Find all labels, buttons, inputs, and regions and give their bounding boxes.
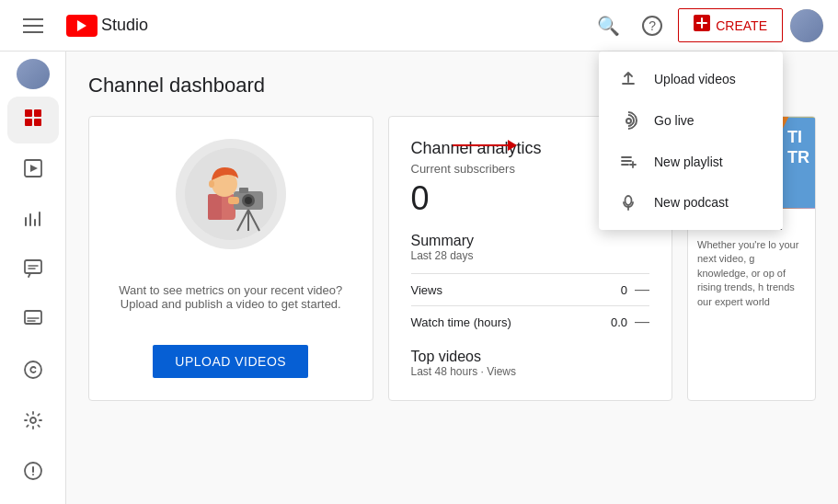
podcast-icon — [617, 193, 639, 212]
create-button[interactable]: CREATE — [678, 8, 783, 42]
svg-rect-8 — [25, 311, 41, 324]
new-podcast-label: New podcast — [654, 195, 729, 210]
summary-period: Last 28 days — [411, 249, 650, 262]
watchtime-value-group: 0.0 — — [611, 314, 649, 330]
new-playlist-item[interactable]: New playlist — [599, 142, 783, 182]
sidebar-item-content[interactable] — [7, 147, 59, 194]
upload-videos-button[interactable]: UPLOAD VIDEOS — [153, 345, 308, 378]
sidebar-item-analytics[interactable] — [7, 198, 59, 245]
svg-rect-4 — [25, 119, 32, 126]
studio-label: Studio — [101, 16, 148, 35]
hamburger-line — [23, 18, 43, 20]
svg-rect-5 — [34, 119, 41, 126]
person-camera-svg — [180, 143, 281, 245]
hamburger-line — [23, 25, 43, 27]
search-icon: 🔍 — [597, 15, 620, 37]
sidebar — [0, 52, 66, 504]
views-value-group: 0 — — [621, 281, 649, 298]
sidebar-avatar[interactable] — [17, 59, 50, 89]
create-dropdown: Upload videos Go live New playlist — [599, 52, 783, 230]
svg-rect-22 — [228, 197, 239, 204]
settings-icon — [23, 410, 43, 435]
hamburger-menu[interactable] — [15, 7, 52, 44]
svg-point-1 — [626, 196, 632, 205]
logo: Studio — [66, 15, 148, 37]
dashboard-icon — [23, 108, 43, 132]
help-button[interactable]: ? — [634, 7, 671, 44]
sidebar-item-subtitles[interactable] — [7, 298, 59, 345]
upload-prompt: Want to see metrics on your recent video… — [111, 283, 350, 311]
avatar-image — [790, 9, 823, 42]
watchtime-label: Watch time (hours) — [411, 315, 511, 329]
go-live-item[interactable]: Go live — [599, 99, 783, 142]
svg-rect-7 — [25, 260, 41, 273]
new-playlist-label: New playlist — [654, 155, 723, 169]
go-live-label: Go live — [654, 113, 695, 128]
sidebar-item-feedback[interactable] — [7, 450, 59, 497]
create-plus-icon — [694, 15, 710, 36]
subtitles-icon — [23, 309, 43, 334]
comments-icon — [23, 258, 43, 283]
watchtime-value: 0.0 — [611, 315, 627, 329]
svg-rect-2 — [25, 109, 32, 117]
upload-icon — [617, 70, 639, 88]
watchtime-dash: — — [635, 314, 649, 330]
video-illustration — [176, 139, 286, 249]
create-label: CREATE — [716, 18, 767, 33]
svg-point-9 — [25, 361, 41, 378]
svg-rect-15 — [208, 194, 222, 220]
broadcast-icon — [617, 110, 639, 131]
hamburger-line — [23, 31, 43, 33]
sidebar-item-settings[interactable] — [7, 399, 59, 446]
copyright-icon — [23, 360, 43, 384]
header-right: 🔍 ? CREATE — [590, 7, 823, 44]
summary-section: Summary Last 28 days Views 0 — Watch tim… — [411, 233, 650, 338]
upload-videos-label: Upload videos — [654, 72, 736, 86]
search-button[interactable]: 🔍 — [590, 7, 626, 44]
sidebar-item-comments[interactable] — [7, 247, 59, 294]
user-avatar[interactable] — [790, 9, 823, 42]
watchtime-stat-row: Watch time (hours) 0.0 — — [411, 305, 650, 338]
sidebar-item-dashboard[interactable] — [7, 97, 59, 143]
svg-point-21 — [245, 197, 252, 204]
svg-rect-3 — [34, 109, 41, 117]
svg-point-17 — [209, 180, 214, 188]
svg-point-10 — [30, 418, 36, 423]
svg-point-12 — [32, 474, 34, 475]
svg-rect-19 — [239, 188, 248, 193]
views-dash: — — [635, 281, 649, 298]
top-videos-sub: Last 48 hours · Views — [411, 365, 650, 378]
header-left: Studio — [15, 7, 590, 44]
views-value: 0 — [621, 283, 627, 297]
analytics-icon — [23, 209, 43, 234]
idea-thumb-text: TITR — [787, 128, 809, 167]
feedback-icon — [23, 461, 43, 486]
views-label: Views — [411, 283, 442, 297]
playlist-icon — [617, 153, 639, 171]
top-videos-title: Top videos — [411, 349, 482, 364]
help-icon: ? — [642, 16, 662, 36]
new-podcast-item[interactable]: New podcast — [599, 182, 783, 223]
upload-videos-item[interactable]: Upload videos — [599, 59, 783, 99]
sidebar-item-copyright[interactable] — [7, 349, 59, 395]
video-upload-card: Want to see metrics on your recent video… — [88, 116, 373, 401]
youtube-logo-icon — [66, 15, 98, 37]
idea-card-description: Whether you're lo your next video, g kno… — [697, 238, 806, 309]
summary-title: Summary — [411, 233, 474, 248]
content-icon — [23, 158, 43, 183]
views-stat-row: Views 0 — — [411, 273, 650, 305]
header: Studio 🔍 ? CREATE — [0, 0, 838, 52]
top-videos-section: Top videos Last 48 hours · Views — [411, 349, 650, 378]
